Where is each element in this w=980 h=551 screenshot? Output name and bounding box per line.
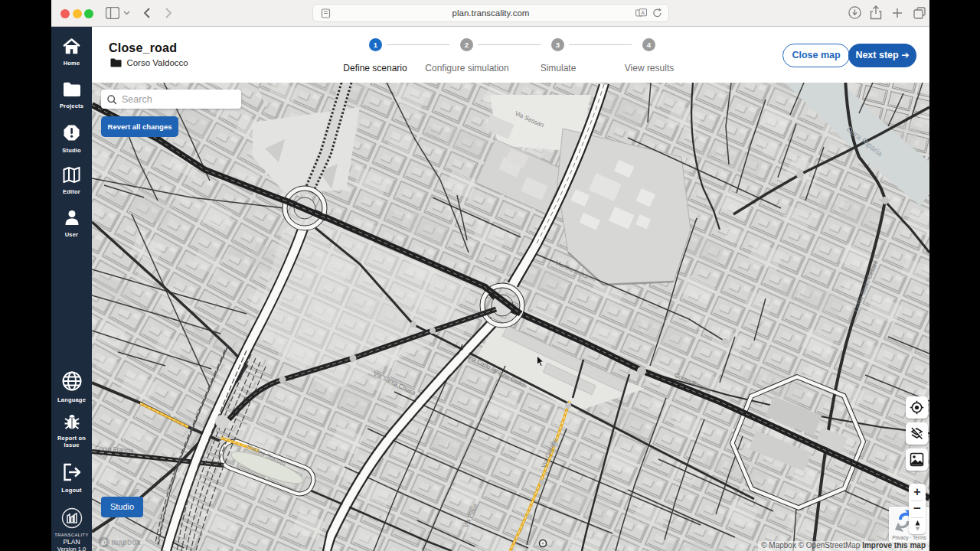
svg-text:A: A — [641, 10, 645, 15]
svg-text:mapbox: mapbox — [111, 538, 141, 546]
